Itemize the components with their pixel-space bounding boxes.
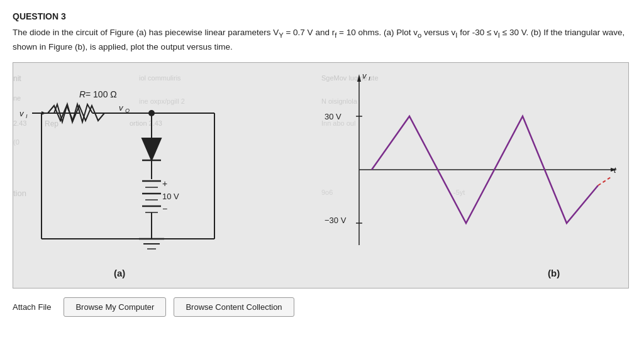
svg-marker-42 [357,74,361,82]
figure-box: nit ne 2.43 Rep ortion 2.43 (0 tion iol … [13,62,629,288]
svg-marker-14 [142,138,161,160]
svg-text:(a): (a) [114,268,125,278]
svg-text:30 V: 30 V [325,112,341,121]
page-wrapper: QUESTION 3 The diode in the circuit of F… [0,0,644,357]
svg-text:+: + [162,178,167,189]
svg-text:10 V: 10 V [162,192,179,201]
svg-text:R: R [79,89,86,99]
svg-text:v: v [119,103,124,113]
svg-text:−: − [162,204,167,214]
browse-computer-button[interactable]: Browse My Computer [64,297,166,317]
graph-diagram: 30 V −30 V v I t (b) [321,63,629,288]
attach-label: Attach File [13,302,51,312]
svg-text:I: I [369,75,370,82]
svg-marker-6 [42,111,46,115]
svg-text:= 100 Ω: = 100 Ω [86,89,117,99]
svg-line-46 [598,177,611,185]
svg-text:(b): (b) [548,268,560,278]
svg-text:v: v [19,109,25,118]
attach-row: Attach File Browse My Computer Browse Co… [13,297,631,317]
browse-collection-button[interactable]: Browse Content Collection [174,297,294,317]
question-title: QUESTION 3 [13,11,631,21]
svg-text:v: v [362,71,367,80]
svg-text:−30 V: −30 V [325,216,347,225]
circuit-diagram: R = 100 Ω v I v O [13,63,321,288]
svg-text:I: I [26,113,28,119]
svg-text:t: t [614,165,617,175]
question-text: The diode in the circuit of Figure (a) h… [13,26,631,53]
